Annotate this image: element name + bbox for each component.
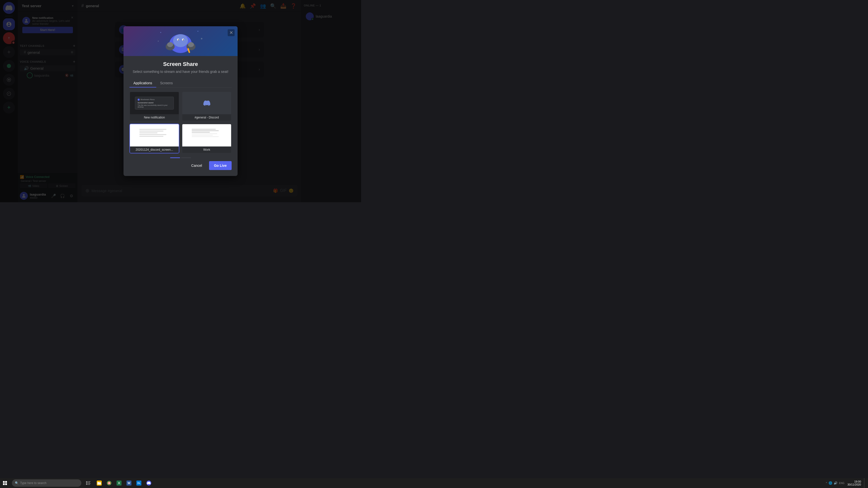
svg-point-2 [197, 31, 198, 32]
tab-applications[interactable]: Applications [129, 79, 156, 88]
notification-app-label: New notification [130, 114, 179, 121]
notif-preview-text: Screenshot saved [137, 102, 172, 104]
close-modal-button[interactable]: ✕ [228, 29, 235, 36]
svg-point-13 [167, 42, 173, 47]
modal-title: Screen Share [129, 61, 231, 67]
modal-hero: ✕ [124, 26, 238, 56]
discord-preview [202, 98, 212, 108]
app-card-discord[interactable]: #general - Discord [182, 92, 231, 121]
svg-point-10 [183, 39, 184, 40]
scroll-dot-2 [181, 157, 191, 158]
notification-thumbnail: Bluebeam Revu Screenshot saved The file … [130, 92, 179, 114]
doc-preview [138, 127, 170, 144]
modal-tabs: Applications Screens [129, 79, 231, 88]
cancel-button[interactable]: Cancel [186, 161, 207, 170]
work-thumbnail [182, 124, 231, 147]
svg-point-4 [158, 41, 159, 42]
notif-preview-subtext: The file was successfully saved to your … [137, 104, 172, 108]
svg-point-3 [201, 38, 203, 39]
tab-screens[interactable]: Screens [156, 79, 177, 88]
modal-content: Screen Share Select something to stream … [124, 56, 238, 176]
scroll-indicator [129, 157, 231, 158]
app-card-notification[interactable]: Bluebeam Revu Screenshot saved The file … [129, 92, 179, 121]
modal-footer: Cancel Go Live [129, 159, 231, 170]
screenshot-thumbnail [130, 124, 179, 147]
app-grid: Bluebeam Revu Screenshot saved The file … [129, 92, 231, 154]
notif-preview-header: Bluebeam Revu [137, 98, 172, 101]
discord-thumbnail [182, 92, 231, 114]
app-card-screenshot[interactable]: 20201124_discord_screen... [129, 124, 179, 154]
notif-dot [137, 99, 140, 101]
go-live-button[interactable]: Go Live [209, 161, 231, 170]
svg-point-9 [178, 39, 179, 40]
hero-illustration [156, 26, 205, 56]
svg-point-6 [173, 34, 188, 47]
discord-app-label: #general - Discord [182, 114, 231, 121]
svg-point-1 [160, 32, 161, 33]
svg-point-14 [188, 42, 194, 47]
work-app-label: Work [182, 147, 231, 153]
notif-preview-title: Bluebeam Revu [141, 98, 155, 101]
modal-subtitle: Select something to stream and have your… [129, 69, 231, 74]
discord-preview-icon [202, 98, 212, 108]
notification-preview: Bluebeam Revu Screenshot saved The file … [135, 97, 174, 109]
work-preview [190, 127, 223, 144]
screen-share-modal: ✕ Screen Share Select something to strea… [124, 26, 238, 176]
screenshot-app-label: 20201124_discord_screen... [130, 147, 179, 153]
modal-overlay: ✕ Screen Share Select something to strea… [0, 0, 361, 202]
app-card-work[interactable]: Work [182, 124, 231, 154]
scroll-dot-1 [170, 157, 180, 158]
